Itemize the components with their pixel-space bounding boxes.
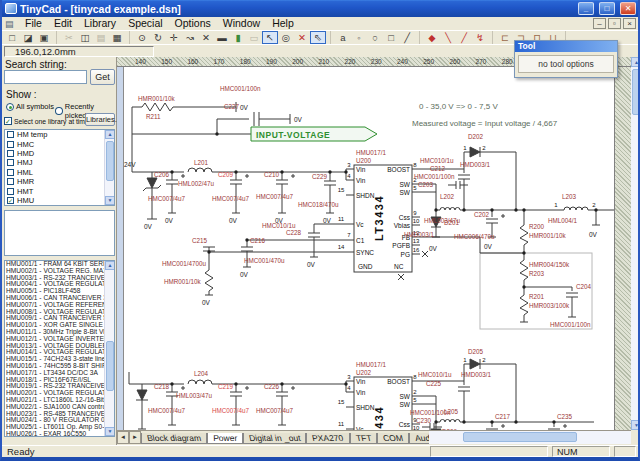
wire-icon[interactable]: ↝ <box>182 31 198 44</box>
new-icon[interactable]: □ <box>4 31 20 44</box>
checkbox-icon[interactable] <box>7 141 14 148</box>
junction-dot <box>552 420 555 423</box>
scrollbar-thumb[interactable] <box>632 69 640 115</box>
polyline-icon[interactable]: ↯ <box>472 31 488 44</box>
checkbox-icon[interactable]: ✓ <box>7 197 14 204</box>
menu-options[interactable]: Options <box>169 17 217 29</box>
line-icon[interactable]: ╱ <box>399 31 415 44</box>
schematic-label: 8 <box>413 162 417 168</box>
menu-bar: ▤ FileEditLibrarySpecialOptionsWindowHel… <box>2 17 638 30</box>
search-input[interactable] <box>4 70 87 84</box>
tab-block-diagram[interactable]: Block diagram <box>141 433 207 444</box>
zoom-icon[interactable]: ◎ <box>278 31 294 44</box>
child-restore-button[interactable]: ▫ <box>608 18 621 29</box>
tab-digital-in-out[interactable]: Digital in _out <box>243 433 307 444</box>
junction-dot <box>434 420 437 423</box>
component-list-item[interactable]: HMU026/1 - EXAR 16C550 <box>5 431 114 437</box>
libraries-button[interactable]: Libraries... <box>85 113 115 126</box>
checkbox-icon[interactable] <box>7 169 14 176</box>
tab-power[interactable]: Power <box>207 433 243 444</box>
library-item-hmt[interactable]: HMT <box>5 186 114 195</box>
schematic-label: 1 <box>463 357 467 363</box>
schematic-label: HMR003/100k <box>529 302 570 309</box>
checkbox-icon[interactable] <box>7 131 14 138</box>
menu-help[interactable]: Help <box>266 17 300 29</box>
schematic-label: 10 <box>413 218 420 224</box>
minimize-button[interactable]: _ <box>578 2 594 15</box>
delete-icon[interactable]: ✕ <box>198 31 214 44</box>
checkbox-icon[interactable] <box>7 188 14 195</box>
tab-pxa270[interactable]: PXA270 <box>306 433 349 444</box>
menu-library[interactable]: Library <box>78 17 122 29</box>
tab-tft[interactable]: TFT <box>350 433 378 444</box>
menu-edit[interactable]: Edit <box>48 17 78 29</box>
menu-special[interactable]: Special <box>122 17 168 29</box>
popup-title[interactable]: Tool <box>515 41 617 52</box>
canvas-vertical-scrollbar[interactable]: ▲ ▼ <box>631 57 640 430</box>
radio-all-symbols[interactable]: All symbols <box>6 102 54 111</box>
move-icon[interactable]: ✛ <box>166 31 182 44</box>
scroll-down-icon[interactable]: ▼ <box>105 196 115 205</box>
maximize-button[interactable]: □ <box>599 2 615 15</box>
select-icon[interactable]: ↖ <box>262 31 278 44</box>
probe-icon[interactable]: ⊙ <box>134 31 150 44</box>
library-item-label: HMJ <box>17 158 32 167</box>
component-list-scrollbar[interactable]: ▲ ▼ <box>104 261 114 436</box>
schematic-label: 11 <box>338 216 345 222</box>
library-item-hmj[interactable]: HMJ <box>5 158 114 167</box>
print-icon[interactable]: ▦ <box>109 31 125 44</box>
save-icon[interactable]: ▣ <box>36 31 52 44</box>
schematic-label: GND <box>358 263 373 270</box>
schematic-label: NC <box>394 263 404 270</box>
menu-file[interactable]: File <box>19 17 48 29</box>
get-button[interactable]: Get <box>90 69 115 85</box>
close-button[interactable]: ✕ <box>620 2 636 15</box>
tab-scroll-left-icon[interactable]: ◄ <box>117 431 129 444</box>
child-close-button[interactable]: × <box>623 18 636 29</box>
schematic-canvas[interactable]: 1401501601701801902002102202302402502602… <box>117 57 640 445</box>
library-item-hmu[interactable]: ✓HMU <box>5 196 114 205</box>
junction-icon[interactable]: ◆ <box>424 31 440 44</box>
dot-icon[interactable]: ◦ <box>351 31 367 44</box>
rect-icon[interactable]: □ <box>383 31 399 44</box>
scroll-up-icon[interactable]: ▲ <box>631 57 640 67</box>
scrollbar-thumb[interactable] <box>463 432 577 442</box>
tab-com[interactable]: COM <box>377 433 409 444</box>
line-ne-icon[interactable]: ╱ <box>456 31 472 44</box>
canvas-horizontal-scrollbar[interactable] <box>429 431 631 444</box>
library-item-hml[interactable]: HML <box>5 168 114 177</box>
scroll-up-icon[interactable]: ▲ <box>105 261 115 270</box>
scroll-down-icon[interactable]: ▼ <box>631 420 640 430</box>
select-one-library-checkbox[interactable]: ✓ Select one library at time <box>4 117 89 125</box>
checkbox-icon[interactable] <box>7 150 14 157</box>
line-nw-icon[interactable]: ╲ <box>440 31 456 44</box>
pointer-icon[interactable]: ⇖ <box>310 31 326 44</box>
scrollbar-thumb[interactable] <box>106 341 114 391</box>
library-item-hm-temp[interactable]: HM temp <box>5 130 114 139</box>
schematic-label: C227 <box>224 103 240 110</box>
open-icon[interactable]: ◪ <box>20 31 36 44</box>
child-minimize-button[interactable]: – <box>593 18 606 29</box>
copy-icon[interactable]: ◫ <box>77 31 93 44</box>
rotate-left-icon[interactable]: ⊏ <box>497 31 513 44</box>
schematic-label: C203 <box>418 181 434 188</box>
scrollbar-thumb[interactable] <box>106 141 114 181</box>
library-item-hmc[interactable]: HMC <box>5 139 114 148</box>
block-icon[interactable]: ▮ <box>230 31 246 44</box>
checkbox-icon[interactable] <box>7 159 14 166</box>
checkbox-icon[interactable] <box>7 178 14 185</box>
tab-scroll-right-icon[interactable]: ► <box>129 431 141 444</box>
zoom-off-icon[interactable]: ✕ <box>294 31 310 44</box>
library-item-hmr[interactable]: HMR <box>5 177 114 186</box>
schematic-label: 1 <box>554 202 558 208</box>
text-icon[interactable]: a <box>335 31 351 44</box>
scroll-down-icon[interactable]: ▼ <box>105 427 115 436</box>
menu-window[interactable]: Window <box>217 17 266 29</box>
library-item-hmd[interactable]: HMD <box>5 149 114 158</box>
schematic-page[interactable]: HMR001/10kR2110V24VHMC001/100nC2270VINPU… <box>117 67 614 430</box>
bus-icon[interactable]: ▬ <box>214 31 230 44</box>
scroll-up-icon[interactable]: ▲ <box>105 130 115 139</box>
circle-icon[interactable]: ○ <box>367 31 383 44</box>
library-list-scrollbar[interactable]: ▲ ▼ <box>104 130 114 205</box>
rotate-icon[interactable]: ↻ <box>150 31 166 44</box>
